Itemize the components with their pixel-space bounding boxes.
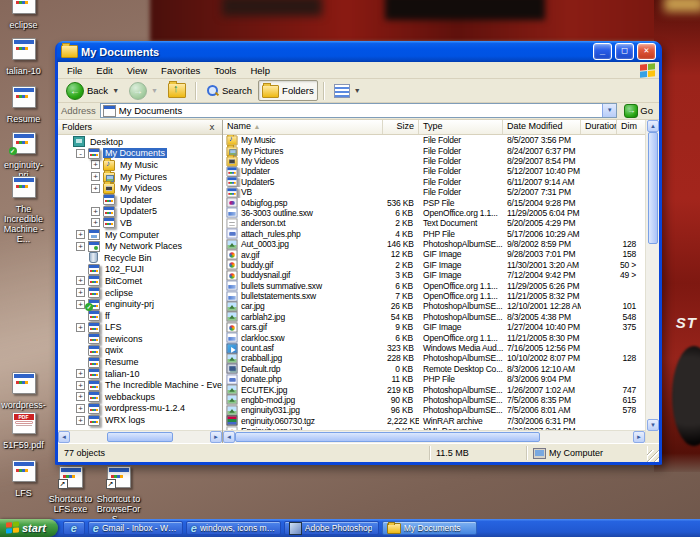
tree-item-my-music[interactable]: +My Music [58, 159, 222, 171]
list-vertical-scrollbar[interactable]: ▲ ▼ [645, 120, 659, 443]
file-row-bulletstatements-sxw[interactable]: bulletstatements.sxw7 KBOpenOffice.org 1… [223, 291, 645, 301]
file-row-my-videos[interactable]: My VideosFile Folder8/29/2007 8:54 PM [223, 156, 645, 166]
tree-item-my-pictures[interactable]: +My Pictures [58, 171, 222, 183]
tree-item-qwix[interactable]: qwix [58, 345, 222, 357]
expand-icon[interactable]: + [91, 160, 100, 169]
address-combo[interactable]: My Documents ▼ [100, 103, 617, 118]
menu-tools[interactable]: Tools [207, 64, 243, 77]
up-button[interactable] [164, 80, 190, 101]
forward-button[interactable]: → ▼ [125, 79, 162, 103]
file-row-cars-gif[interactable]: cars.gif9 KBGIF Image1/27/2004 10:40 PM3… [223, 322, 645, 332]
tree-item-talian-10[interactable]: +talian-10 [58, 368, 222, 380]
menu-favorites[interactable]: Favorites [154, 64, 207, 77]
desktop-icon-shortcut-to-browsefors[interactable]: ↗Shortcut to BrowseForS... [96, 466, 141, 524]
column-header-type[interactable]: Type [419, 120, 503, 134]
scroll-thumb[interactable] [648, 132, 658, 244]
expand-icon[interactable]: + [76, 381, 85, 390]
taskbar-button-gmail-inbox-windo[interactable]: eGmail - Inbox - Windo... [88, 521, 183, 535]
maximize-button[interactable]: □ [615, 43, 634, 60]
scroll-down-icon[interactable]: ▼ [647, 419, 659, 431]
file-row-crabball-jpg[interactable]: crabball.jpg228 KBPhotoshopAlbumSE...10/… [223, 353, 645, 363]
tree-item-webbackups[interactable]: +webbackups [58, 391, 222, 403]
file-row-04bigfog-psp[interactable]: 04bigfog.psp536 KBPSP File6/15/2004 9:28… [223, 197, 645, 207]
taskbar-button-windows-icons-missin[interactable]: ewindows, icons missin... [186, 521, 281, 535]
file-row-buddysnail-gif[interactable]: buddysnail.gif3 KBGIF Image7/12/2004 9:4… [223, 270, 645, 280]
file-row-bullets-summative-sxw[interactable]: bullets summative.sxw6 KBOpenOffice.org … [223, 280, 645, 290]
desktop-icon-eclipse[interactable]: eclipse [1, 0, 46, 30]
expand-icon[interactable]: + [76, 369, 85, 378]
file-row-enginuity031-jpg[interactable]: enginuity031.jpg96 KBPhotoshopAlbumSE...… [223, 405, 645, 415]
tree-item-updater5[interactable]: +Updater5 [58, 206, 222, 218]
tree-item-the-incredible-machine-even-more-contrapt[interactable]: +The Incredible Machine - Even More Cont… [58, 379, 222, 391]
scroll-left-icon[interactable]: ◄ [223, 431, 235, 443]
back-dropdown-icon[interactable]: ▼ [112, 87, 119, 94]
file-row-updater[interactable]: UpdaterFile Folder5/12/2007 10:40 PM [223, 166, 645, 176]
expand-icon[interactable]: + [91, 218, 100, 227]
scroll-up-icon[interactable]: ▲ [647, 120, 659, 132]
tree-item-desktop[interactable]: Desktop [58, 136, 222, 148]
file-row-donate-php[interactable]: donate.php11 KBPHP File8/3/2006 9:04 PM [223, 374, 645, 384]
file-row-engbb-mod-jpg[interactable]: engbb-mod.jpg90 KBPhotoshopAlbumSE...7/5… [223, 395, 645, 405]
expand-icon[interactable]: + [76, 288, 85, 297]
scroll-right-icon[interactable]: ► [210, 431, 222, 443]
tree-item-bitcomet[interactable]: +BitComet [58, 275, 222, 287]
tree-item-recycle-bin[interactable]: Recycle Bin [58, 252, 222, 264]
back-button[interactable]: ← Back ▼ [62, 79, 123, 103]
file-row-count-asf[interactable]: count.asf323 KBWindows Media Aud...7/16/… [223, 343, 645, 353]
expand-icon[interactable]: + [76, 300, 85, 309]
views-dropdown-icon[interactable]: ▼ [354, 87, 361, 94]
column-header-duration[interactable]: Duration [581, 120, 617, 134]
expand-icon[interactable]: + [76, 242, 85, 251]
desktop-icon-shortcut-to-lfs-exe[interactable]: ↗Shortcut to LFS.exe [48, 466, 93, 514]
menu-help[interactable]: Help [243, 64, 277, 77]
tree-item-vb[interactable]: +VB [58, 217, 222, 229]
tree-item-ff[interactable]: ff [58, 310, 222, 322]
column-header-dim[interactable]: Dim [617, 120, 637, 134]
desktop-icon-51f59-pdf[interactable]: 51F59.pdf [1, 412, 46, 450]
file-row-updater5[interactable]: Updater5File Folder6/11/2007 9:14 AM [223, 177, 645, 187]
file-row-carblah2-jpg[interactable]: carblah2.jpg54 KBPhotoshopAlbumSE...8/3/… [223, 312, 645, 322]
scroll-thumb[interactable] [235, 432, 540, 442]
go-button[interactable]: → Go [621, 104, 656, 118]
expand-icon[interactable]: + [91, 172, 100, 181]
list-horizontal-scrollbar[interactable]: ◄ ► [223, 430, 645, 443]
desktop-icon-enginuity-prj[interactable]: ✓enginuity-prj [1, 132, 46, 180]
scroll-thumb[interactable] [107, 432, 173, 442]
folders-button[interactable]: Folders [258, 80, 318, 101]
file-row-enginuity-060730-tgz[interactable]: enginuity.060730.tgz2,222 KBWinRAR archi… [223, 416, 645, 426]
tree-item-updater[interactable]: Updater [58, 194, 222, 206]
minimize-button[interactable]: _ [593, 43, 612, 60]
file-row-car-jpg[interactable]: car.jpg26 KBPhotoshopAlbumSE...12/10/200… [223, 301, 645, 311]
collapse-icon[interactable]: - [76, 149, 85, 158]
expand-icon[interactable]: + [76, 416, 85, 425]
tree-item-wrx-logs[interactable]: +WRX logs [58, 414, 222, 426]
tree-item-my-computer[interactable]: +My Computer [58, 229, 222, 241]
folders-pane-close-icon[interactable]: x [206, 122, 218, 132]
start-button[interactable]: start [0, 519, 58, 537]
tree-item-lfs[interactable]: +LFS [58, 322, 222, 334]
tree-horizontal-scrollbar[interactable]: ◄ ► [58, 430, 222, 443]
expand-icon[interactable]: + [76, 323, 85, 332]
file-row-anderson-txt[interactable]: anderson.txt2 KBText Document5/20/2005 4… [223, 218, 645, 228]
tree-item-wordpress-mu-1-2-4[interactable]: +wordpress-mu-1.2.4 [58, 403, 222, 415]
file-row-clarkloc-sxw[interactable]: clarkloc.sxw6 KBOpenOffice.org 1.1...11/… [223, 332, 645, 342]
file-row-aut-0003-jpg[interactable]: Aut_0003.jpg146 KBPhotoshopAlbumSE...9/8… [223, 239, 645, 249]
menu-edit[interactable]: Edit [89, 64, 119, 77]
expand-icon[interactable]: + [76, 276, 85, 285]
tree-item-102-fuji[interactable]: 102_FUJI [58, 264, 222, 276]
tree-item-newicons[interactable]: newicons [58, 333, 222, 345]
column-header-size[interactable]: Size [383, 120, 419, 134]
address-dropdown-button[interactable]: ▼ [602, 104, 616, 117]
tree-item-enginuity-prj[interactable]: +✓enginuity-prj [58, 298, 222, 310]
taskbar-button-internet-explorer[interactable]: e [63, 521, 85, 535]
title-bar[interactable]: My Documents _ □ ✕ [57, 41, 660, 62]
expand-icon[interactable]: + [91, 207, 100, 216]
scroll-left-icon[interactable]: ◄ [58, 431, 70, 443]
column-header-name[interactable]: Name ▲ [223, 120, 383, 134]
file-row-default-rdp[interactable]: Default.rdp0 KBRemote Desktop Co...8/3/2… [223, 364, 645, 374]
file-row-vb[interactable]: VBFile Folder5/2/2007 7:31 PM [223, 187, 645, 197]
search-button[interactable]: Search [202, 81, 256, 100]
taskbar-button-my-documents[interactable]: My Documents [382, 521, 477, 535]
menu-file[interactable]: File [60, 64, 89, 77]
column-header-date-modified[interactable]: Date Modified [503, 120, 581, 134]
